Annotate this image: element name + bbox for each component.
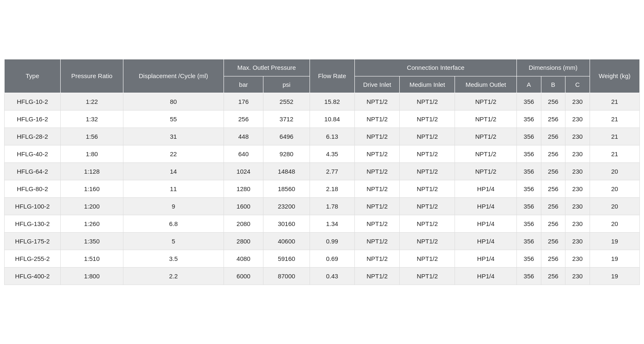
cell-weight: 20 bbox=[590, 163, 639, 180]
cell-pressure-ratio: 1:800 bbox=[61, 268, 123, 285]
cell-dim-b: 256 bbox=[541, 111, 565, 128]
table-row: HFLG-100-21:20091600232001.78NPT1/2NPT1/… bbox=[5, 198, 640, 215]
cell-psi: 3712 bbox=[263, 111, 310, 128]
header-connection-interface: Connection Interface bbox=[355, 59, 517, 76]
header-dim-c: C bbox=[565, 76, 590, 93]
cell-dim-c: 230 bbox=[565, 111, 590, 128]
cell-displacement: 55 bbox=[123, 111, 224, 128]
cell-medium-outlet: HP1/4 bbox=[455, 250, 517, 268]
cell-dim-c: 230 bbox=[565, 180, 590, 198]
cell-type: HFLG-40-2 bbox=[5, 145, 61, 163]
cell-medium-inlet: NPT1/2 bbox=[400, 250, 455, 268]
cell-flow-rate: 10.84 bbox=[310, 111, 354, 128]
cell-medium-inlet: NPT1/2 bbox=[400, 198, 455, 215]
cell-pressure-ratio: 1:128 bbox=[61, 163, 123, 180]
cell-medium-inlet: NPT1/2 bbox=[400, 215, 455, 233]
cell-psi: 30160 bbox=[263, 215, 310, 233]
header-type: Type bbox=[5, 59, 61, 93]
cell-weight: 21 bbox=[590, 93, 639, 111]
cell-drive-inlet: NPT1/2 bbox=[355, 111, 400, 128]
cell-bar: 1280 bbox=[224, 180, 263, 198]
cell-medium-outlet: HP1/4 bbox=[455, 233, 517, 250]
cell-medium-inlet: NPT1/2 bbox=[400, 145, 455, 163]
cell-type: HFLG-64-2 bbox=[5, 163, 61, 180]
cell-drive-inlet: NPT1/2 bbox=[355, 250, 400, 268]
cell-type: HFLG-16-2 bbox=[5, 111, 61, 128]
cell-weight: 19 bbox=[590, 250, 639, 268]
table-row: HFLG-255-21:5103.54080591600.69NPT1/2NPT… bbox=[5, 250, 640, 268]
cell-dim-b: 256 bbox=[541, 93, 565, 111]
cell-dim-a: 356 bbox=[517, 111, 541, 128]
table-row: HFLG-400-21:8002.26000870000.43NPT1/2NPT… bbox=[5, 268, 640, 285]
cell-dim-c: 230 bbox=[565, 128, 590, 145]
cell-bar: 6000 bbox=[224, 268, 263, 285]
cell-psi: 2552 bbox=[263, 93, 310, 111]
cell-dim-c: 230 bbox=[565, 268, 590, 285]
cell-pressure-ratio: 1:32 bbox=[61, 111, 123, 128]
cell-psi: 23200 bbox=[263, 198, 310, 215]
cell-dim-a: 356 bbox=[517, 198, 541, 215]
cell-pressure-ratio: 1:260 bbox=[61, 215, 123, 233]
cell-flow-rate: 15.82 bbox=[310, 93, 354, 111]
header-displacement: Displacement /Cycle (ml) bbox=[123, 59, 224, 93]
cell-bar: 1600 bbox=[224, 198, 263, 215]
cell-dim-b: 256 bbox=[541, 268, 565, 285]
cell-bar: 2800 bbox=[224, 233, 263, 250]
cell-dim-c: 230 bbox=[565, 163, 590, 180]
cell-medium-outlet: NPT1/2 bbox=[455, 93, 517, 111]
cell-flow-rate: 2.77 bbox=[310, 163, 354, 180]
cell-pressure-ratio: 1:80 bbox=[61, 145, 123, 163]
header-bar: bar bbox=[224, 76, 263, 93]
cell-medium-outlet: NPT1/2 bbox=[455, 145, 517, 163]
cell-weight: 20 bbox=[590, 180, 639, 198]
cell-displacement: 2.2 bbox=[123, 268, 224, 285]
cell-medium-inlet: NPT1/2 bbox=[400, 128, 455, 145]
cell-medium-inlet: NPT1/2 bbox=[400, 233, 455, 250]
cell-medium-outlet: NPT1/2 bbox=[455, 163, 517, 180]
header-psi: psi bbox=[263, 76, 310, 93]
cell-medium-inlet: NPT1/2 bbox=[400, 111, 455, 128]
cell-pressure-ratio: 1:510 bbox=[61, 250, 123, 268]
cell-flow-rate: 1.78 bbox=[310, 198, 354, 215]
cell-medium-outlet: NPT1/2 bbox=[455, 111, 517, 128]
cell-bar: 256 bbox=[224, 111, 263, 128]
header-dim-b: B bbox=[541, 76, 565, 93]
cell-flow-rate: 2.18 bbox=[310, 180, 354, 198]
cell-medium-inlet: NPT1/2 bbox=[400, 93, 455, 111]
cell-flow-rate: 0.69 bbox=[310, 250, 354, 268]
cell-displacement: 5 bbox=[123, 233, 224, 250]
cell-drive-inlet: NPT1/2 bbox=[355, 268, 400, 285]
cell-bar: 176 bbox=[224, 93, 263, 111]
cell-dim-a: 356 bbox=[517, 215, 541, 233]
cell-dim-b: 256 bbox=[541, 163, 565, 180]
cell-dim-a: 356 bbox=[517, 145, 541, 163]
header-medium-outlet: Medium Outlet bbox=[455, 76, 517, 93]
cell-dim-c: 230 bbox=[565, 215, 590, 233]
table-row: HFLG-28-21:563144864966.13NPT1/2NPT1/2NP… bbox=[5, 128, 640, 145]
table-wrapper: Type Pressure Ratio Displacement /Cycle … bbox=[0, 55, 644, 289]
cell-type: HFLG-10-2 bbox=[5, 93, 61, 111]
product-table: Type Pressure Ratio Displacement /Cycle … bbox=[4, 59, 640, 285]
header-medium-inlet: Medium Inlet bbox=[400, 76, 455, 93]
header-max-outlet-pressure: Max. Outlet Pressure bbox=[224, 59, 310, 76]
table-row: HFLG-16-21:3255256371210.84NPT1/2NPT1/2N… bbox=[5, 111, 640, 128]
cell-flow-rate: 0.99 bbox=[310, 233, 354, 250]
cell-displacement: 31 bbox=[123, 128, 224, 145]
cell-flow-rate: 0.43 bbox=[310, 268, 354, 285]
cell-bar: 2080 bbox=[224, 215, 263, 233]
cell-type: HFLG-80-2 bbox=[5, 180, 61, 198]
cell-type: HFLG-130-2 bbox=[5, 215, 61, 233]
cell-dim-b: 256 bbox=[541, 128, 565, 145]
cell-weight: 21 bbox=[590, 111, 639, 128]
table-row: HFLG-130-21:2606.82080301601.34NPT1/2NPT… bbox=[5, 215, 640, 233]
cell-flow-rate: 6.13 bbox=[310, 128, 354, 145]
cell-medium-inlet: NPT1/2 bbox=[400, 163, 455, 180]
header-flow-rate: Flow Rate bbox=[310, 59, 354, 93]
cell-drive-inlet: NPT1/2 bbox=[355, 198, 400, 215]
cell-weight: 21 bbox=[590, 128, 639, 145]
table-row: HFLG-40-21:802264092804.35NPT1/2NPT1/2NP… bbox=[5, 145, 640, 163]
cell-displacement: 14 bbox=[123, 163, 224, 180]
cell-dim-a: 356 bbox=[517, 180, 541, 198]
header-pressure-ratio: Pressure Ratio bbox=[61, 59, 123, 93]
cell-dim-b: 256 bbox=[541, 250, 565, 268]
